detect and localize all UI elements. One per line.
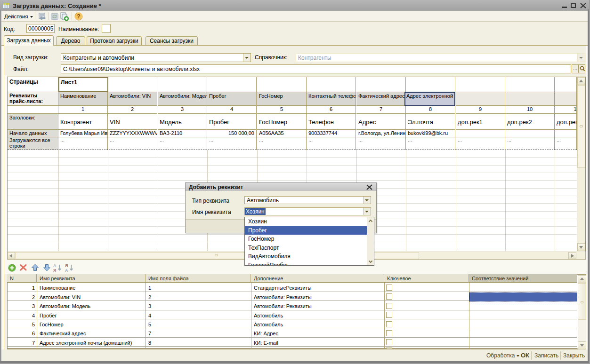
svg-text:А: А [53,263,57,268]
svg-text:Я: Я [65,263,68,268]
svg-text:А: А [65,268,68,272]
svg-text:Я: Я [53,268,56,272]
svg-text:?: ? [77,13,80,20]
